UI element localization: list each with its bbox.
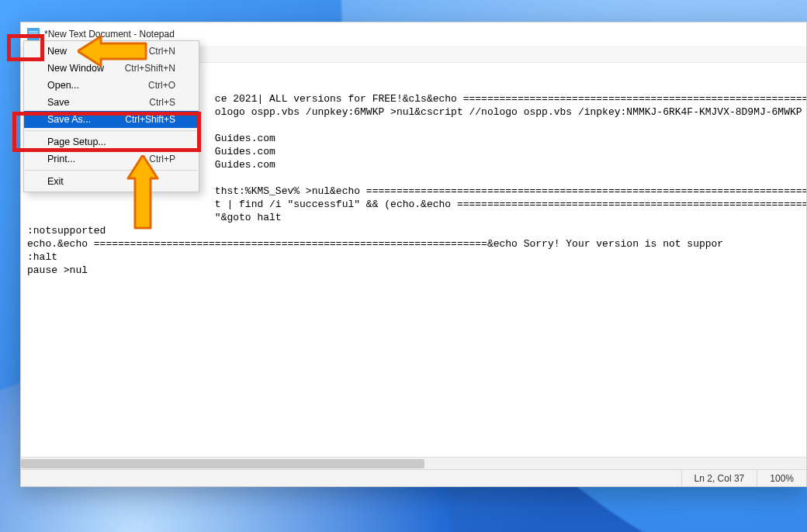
menu-item-label: Open...	[47, 80, 148, 91]
menu-item-shortcut: Ctrl+Shift+N	[125, 63, 175, 74]
horizontal-scrollbar[interactable]	[21, 457, 806, 469]
menu-item-new[interactable]: New Ctrl+N	[24, 43, 199, 60]
status-zoom: 100%	[757, 470, 806, 486]
menu-item-shortcut: Ctrl+P	[149, 154, 175, 164]
status-position: Ln 2, Col 37	[681, 470, 757, 486]
menu-item-print[interactable]: Print... Ctrl+P	[24, 150, 199, 168]
menu-item-page-setup[interactable]: Page Setup...	[24, 133, 199, 150]
menu-item-label: New	[47, 46, 149, 57]
statusbar: Ln 2, Col 37 100%	[21, 469, 806, 486]
menu-item-label: Save	[47, 97, 149, 108]
notepad-icon	[27, 28, 40, 40]
menu-item-shortcut: Ctrl+S	[149, 97, 175, 108]
menu-item-label: Print...	[47, 154, 149, 164]
menu-item-shortcut: Ctrl+N	[149, 46, 175, 57]
menu-item-label: Exit	[47, 176, 175, 187]
menu-separator	[25, 170, 198, 171]
scrollbar-thumb[interactable]	[21, 459, 424, 468]
menu-item-shortcut: Ctrl+O	[148, 80, 175, 91]
menu-item-open[interactable]: Open... Ctrl+O	[24, 77, 199, 94]
menu-item-label: Save As...	[47, 114, 125, 125]
menu-item-shortcut: Ctrl+Shift+S	[125, 114, 175, 125]
menu-item-label: New Window	[47, 63, 125, 74]
menu-item-save-as[interactable]: Save As... Ctrl+Shift+S	[24, 111, 199, 128]
menu-item-label: Page Setup...	[47, 136, 175, 147]
window-title: *New Text Document - Notepad	[44, 29, 175, 40]
menu-item-new-window[interactable]: New Window Ctrl+Shift+N	[24, 60, 199, 77]
menu-separator	[25, 130, 198, 131]
menu-item-exit[interactable]: Exit	[24, 173, 199, 190]
menu-item-save[interactable]: Save Ctrl+S	[24, 94, 199, 111]
file-dropdown: New Ctrl+N New Window Ctrl+Shift+N Open.…	[23, 40, 199, 192]
